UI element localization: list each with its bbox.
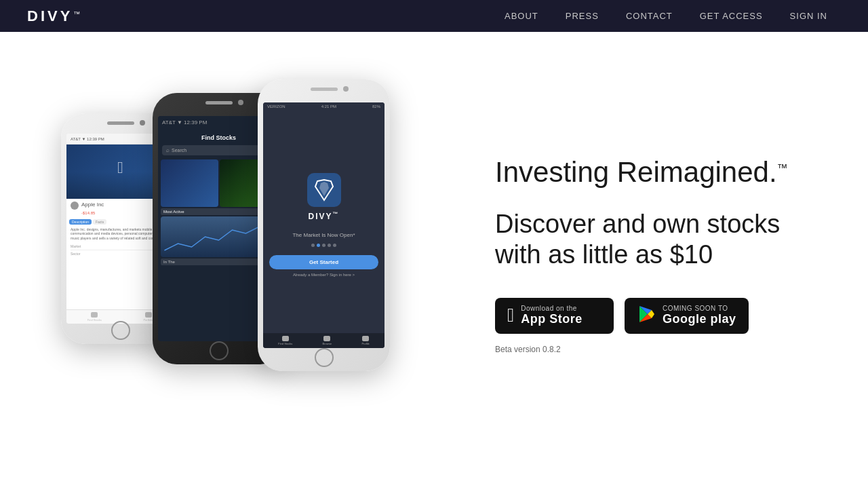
hero-subheadline: Discover and own stocks with as little a… xyxy=(495,209,827,271)
hero-content: Investing Reimagined.™ Discover and own … xyxy=(468,130,868,381)
dot-1 xyxy=(311,244,315,247)
navbar: DIVY™ ABOUT PRESS CONTACT GET ACCESS SIG… xyxy=(0,0,868,32)
carousel-dots xyxy=(311,244,336,247)
browse-right[interactable]: Browse xyxy=(323,336,332,345)
apple-logo-icon:  xyxy=(117,158,123,177)
find-stocks-nav[interactable]: Find Stocks xyxy=(87,312,102,322)
description-tab[interactable]: Description xyxy=(69,219,92,225)
logo-text: DIVY xyxy=(27,7,73,24)
sign-in-link[interactable]: Already a Member? Sign in here > xyxy=(293,273,355,277)
nav-link-get-access[interactable]: GET ACCESS xyxy=(686,0,776,32)
divy-brand-text: DIVY™ xyxy=(308,211,339,221)
divy-logo-icon xyxy=(307,173,341,207)
find-stocks-right[interactable]: Find Stocks xyxy=(278,336,292,345)
phones-section: AT&T ▼ 12:39 PM  Invest Apple Inc -$14.… xyxy=(41,59,468,453)
app-store-text: Download on the App Store xyxy=(521,305,583,326)
dot-3 xyxy=(322,244,326,247)
middle-status: AT&T ▼ 12:39 PM xyxy=(162,119,207,126)
market-open-text: The Market Is Now Open* xyxy=(292,232,355,238)
right-status-bar: VERIZON 4:21 PM 82% xyxy=(263,102,384,111)
divy-logo-area: DIVY™ xyxy=(307,173,341,221)
dot-4 xyxy=(328,244,331,247)
nav-logo[interactable]: DIVY™ xyxy=(27,7,80,25)
hero-headline: Investing Reimagined.™ xyxy=(495,157,827,188)
portfolio-nav[interactable]: Portfolio xyxy=(143,312,153,322)
facts-tab[interactable]: Facts xyxy=(93,219,106,225)
dot-5 xyxy=(333,244,336,247)
logo-tm: ™ xyxy=(73,10,80,18)
phone-right: VERIZON 4:21 PM 82% DIVY™ The Market xyxy=(258,79,390,371)
find-stocks-title: Find Stocks xyxy=(201,134,236,141)
nav-link-contact[interactable]: CONTACT xyxy=(612,0,686,32)
google-play-icon xyxy=(637,305,656,327)
nav-links: ABOUT PRESS CONTACT GET ACCESS SIGN IN xyxy=(491,0,841,32)
app-store-button[interactable]:  Download on the App Store xyxy=(495,298,614,334)
nav-link-sign-in[interactable]: SIGN IN xyxy=(776,0,841,32)
google-play-text: COMING SOON TO Google play xyxy=(663,305,736,326)
dot-2 xyxy=(317,244,320,247)
profile-right[interactable]: Profile xyxy=(361,336,369,345)
stock-card-1 xyxy=(161,159,218,207)
nav-link-about[interactable]: ABOUT xyxy=(491,0,552,32)
apple-icon:  xyxy=(507,306,514,325)
beta-version: Beta version 0.8.2 xyxy=(495,345,827,354)
store-buttons:  Download on the App Store C xyxy=(495,298,827,334)
nav-link-press[interactable]: PRESS xyxy=(552,0,612,32)
right-bottom-nav: Find Stocks Browse Profile xyxy=(263,333,384,348)
get-started-button[interactable]: Get Started xyxy=(269,255,378,269)
main-content: AT&T ▼ 12:39 PM  Invest Apple Inc -$14.… xyxy=(0,32,868,479)
google-play-button[interactable]: COMING SOON TO Google play xyxy=(625,298,749,334)
